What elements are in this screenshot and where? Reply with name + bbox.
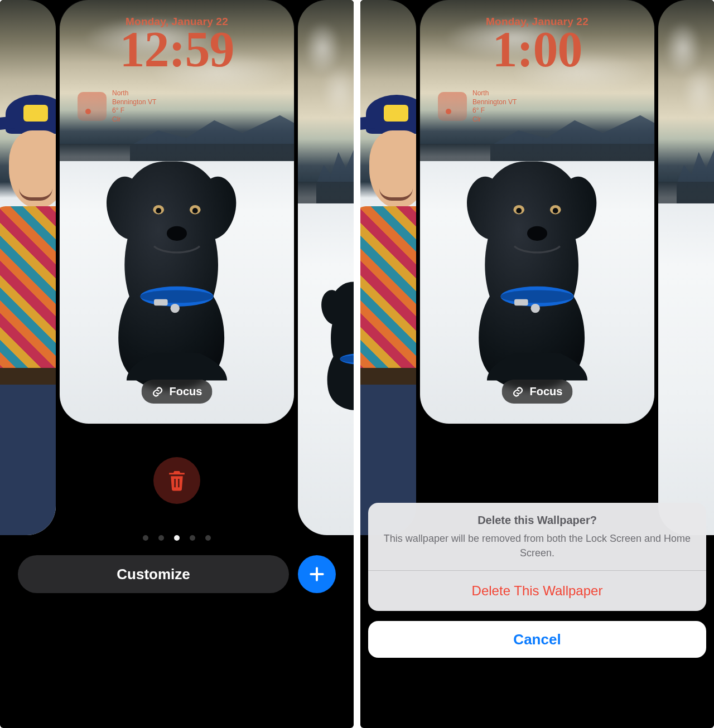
- svg-rect-9: [154, 299, 168, 305]
- page-dot: [143, 535, 148, 541]
- delete-confirm-label: Delete This Wallpaper: [472, 583, 603, 598]
- svg-point-5: [192, 208, 198, 213]
- focus-label: Focus: [170, 385, 202, 398]
- weather-temp: 6° F: [472, 106, 517, 115]
- delete-confirm-button[interactable]: Delete This Wallpaper: [368, 571, 706, 611]
- phone-left: Monday, January 22 12:59 North Benningto…: [0, 0, 354, 728]
- cancel-label: Cancel: [513, 631, 561, 648]
- weather-temp: 6° F: [112, 106, 156, 115]
- wallpaper-card-current[interactable]: Monday, January 22 12:59 North Benningto…: [60, 0, 294, 424]
- svg-point-19: [531, 304, 540, 313]
- weather-location-1: North: [472, 89, 517, 98]
- dog-silhouette-icon: [85, 140, 268, 411]
- dog-silhouette-icon: [446, 140, 629, 411]
- lockscreen-time: 1:00: [420, 25, 654, 75]
- link-icon: [512, 386, 524, 398]
- weather-cond: Clr: [112, 115, 156, 124]
- weather-location-1: North: [112, 89, 156, 98]
- wallpaper-card-current: Monday, January 22 1:00 North Bennington…: [420, 0, 654, 424]
- wallpaper-neighbor-left[interactable]: [0, 0, 56, 535]
- link-icon: [152, 386, 164, 398]
- plus-icon: [308, 565, 326, 583]
- sheet-title: Delete this Wallpaper?: [382, 514, 693, 527]
- svg-point-14: [553, 208, 558, 213]
- trash-icon: [166, 469, 187, 492]
- page-indicator: [0, 535, 354, 541]
- cancel-button[interactable]: Cancel: [368, 621, 706, 658]
- wallpaper-neighbor-left: [360, 0, 416, 535]
- delete-confirm-sheet: Delete this Wallpaper? This wallpaper wi…: [368, 503, 706, 611]
- weather-location-2: Bennington VT: [472, 98, 517, 107]
- weather-widget[interactable]: North Bennington VT 6° F Clr: [78, 89, 156, 124]
- wallpaper-neighbor-right: [658, 0, 714, 535]
- focus-button[interactable]: Focus: [142, 380, 213, 404]
- page-dot: [205, 535, 211, 541]
- svg-point-17: [500, 290, 573, 303]
- svg-point-8: [140, 290, 213, 303]
- svg-point-15: [527, 226, 547, 241]
- weather-tile-icon: [78, 92, 107, 121]
- weather-cond: Clr: [472, 115, 517, 124]
- add-wallpaper-button[interactable]: [298, 555, 336, 593]
- delete-wallpaper-button[interactable]: [153, 457, 200, 504]
- weather-location-2: Bennington VT: [112, 98, 156, 107]
- dog-silhouette-icon: [305, 177, 354, 519]
- customize-button[interactable]: Customize: [18, 555, 289, 593]
- weather-widget: North Bennington VT 6° F Clr: [438, 89, 517, 124]
- focus-label: Focus: [530, 385, 563, 398]
- lockscreen-time: 12:59: [60, 25, 294, 75]
- sheet-message: This wallpaper will be removed from both…: [382, 531, 693, 560]
- svg-point-10: [171, 304, 180, 313]
- phone-right: Monday, January 22 1:00 North Bennington…: [360, 0, 714, 728]
- customize-label: Customize: [117, 566, 190, 583]
- svg-point-4: [156, 208, 161, 213]
- svg-point-6: [167, 226, 187, 241]
- svg-rect-18: [514, 299, 528, 305]
- wallpaper-neighbor-right[interactable]: [298, 0, 354, 535]
- page-dot: [190, 535, 195, 541]
- page-dot-active: [174, 535, 180, 541]
- focus-button: Focus: [502, 380, 573, 404]
- weather-tile-icon: [438, 92, 467, 121]
- page-dot: [158, 535, 164, 541]
- svg-point-13: [516, 208, 522, 213]
